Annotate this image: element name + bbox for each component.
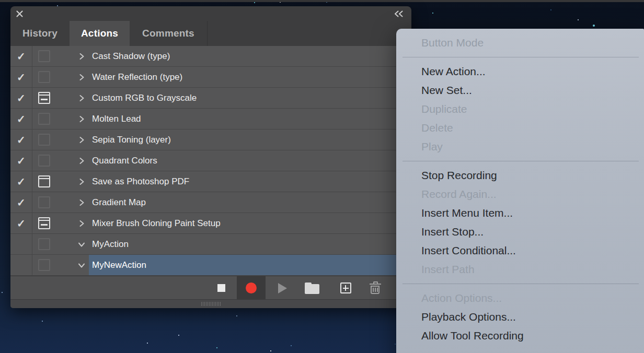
expand-chevron-icon[interactable] [77,94,85,102]
checkmark-icon: ✓ [17,51,26,62]
dialog-toggle[interactable] [32,213,55,233]
dialog-toggle[interactable] [32,67,55,87]
checkmark-icon: ✓ [17,135,26,145]
menu-item-label: Allow Tool Recording [421,330,524,342]
menu-item[interactable]: Insert Conditional... [396,241,644,260]
action-label-area[interactable]: MyAction [89,234,411,254]
action-row[interactable]: ✓ Sepia Toning (layer) [10,130,411,150]
delete-button[interactable] [366,276,385,300]
menu-item-label: Play [421,140,443,153]
checkmark-icon: ✓ [17,93,26,103]
action-label-area[interactable]: Custom RGB to Grayscale [89,88,411,108]
include-toggle[interactable]: ✓ [10,234,32,254]
dialog-toggle[interactable] [32,234,55,254]
expand-chevron-icon[interactable] [77,136,85,144]
dialog-toggle-icon [38,175,50,187]
action-main-cell: Cast Shadow (type) [55,46,411,66]
action-row[interactable]: ✓ Save as Photoshop PDF [10,171,411,192]
action-label-area[interactable]: Quadrant Colors [89,150,411,171]
action-row[interactable]: ✓ MyNewAction [10,255,411,276]
action-name: MyNewAction [92,260,146,270]
action-row[interactable]: ✓ Gradient Map [10,192,411,213]
play-icon [278,283,287,293]
resize-grip[interactable] [201,302,221,306]
action-label-area[interactable]: Cast Shadow (type) [89,46,411,66]
create-new-action-button[interactable] [336,276,355,300]
dialog-toggle[interactable] [32,192,55,213]
menu-item[interactable]: Insert Menu Item... [396,204,644,222]
include-toggle[interactable]: ✓ [10,150,32,171]
menu-item[interactable]: New Set... [396,81,644,100]
actions-toolbar [10,276,411,299]
action-main-cell: Gradient Map [55,192,411,213]
menu-item[interactable]: New Action... [396,62,644,81]
action-row[interactable]: ✓ Quadrant Colors [10,150,411,171]
expand-chevron-icon[interactable] [77,115,85,123]
expand-chevron-icon[interactable] [77,198,85,206]
expand-chevron-icon[interactable] [77,178,85,185]
action-name: Molten Lead [92,114,141,124]
menu-item-label: Duplicate [421,103,467,115]
dialog-toggle[interactable] [32,88,55,108]
action-name: MyAction [92,239,129,250]
action-row[interactable]: ✓ Molten Lead [10,109,411,130]
action-label-area[interactable]: Save as Photoshop PDF [89,171,411,192]
action-label-area[interactable]: MyNewAction [89,255,411,275]
include-toggle[interactable]: ✓ [10,213,32,233]
include-toggle[interactable]: ✓ [10,46,32,66]
action-label-area[interactable]: Sepia Toning (layer) [89,130,411,150]
menu-item[interactable]: Allow Tool Recording [396,326,644,345]
expand-chevron-icon[interactable] [77,261,85,269]
expand-chevron-icon[interactable] [77,157,85,164]
expand-chevron-icon[interactable] [77,73,85,81]
action-label-area[interactable]: Gradient Map [89,192,411,213]
menu-item-label: New Action... [421,65,486,78]
dialog-toggle-icon [38,238,50,250]
action-row[interactable]: ✓ MyAction [10,234,411,255]
action-row[interactable]: ✓ Custom RGB to Grayscale [10,88,411,109]
tab-comments[interactable]: Comments [130,21,208,46]
expand-chevron-icon[interactable] [77,219,85,227]
delete-icon [370,281,381,295]
action-main-cell: Quadrant Colors [55,150,411,171]
action-row[interactable]: ✓ Water Reflection (type) [10,67,411,88]
action-label-area[interactable]: Molten Lead [89,109,411,129]
include-toggle[interactable]: ✓ [10,192,32,213]
menu-separator [402,284,639,284]
dialog-toggle[interactable] [32,130,55,150]
dialog-toggle[interactable] [32,150,55,171]
checkmark-icon: ✓ [17,176,26,187]
include-toggle[interactable]: ✓ [10,67,32,87]
include-toggle[interactable]: ✓ [10,88,32,108]
dialog-toggle-icon [38,196,50,208]
expand-chevron-icon[interactable] [77,240,85,248]
tab-actions[interactable]: Actions [70,21,130,46]
action-row[interactable]: ✓ Mixer Brush Cloning Paint Setup [10,213,411,234]
include-toggle[interactable]: ✓ [10,109,32,129]
dialog-toggle[interactable] [32,46,55,66]
menu-item-label: Insert Path [421,263,475,276]
dialog-toggle[interactable] [32,109,55,129]
play-button[interactable] [273,276,292,300]
menu-item[interactable]: Playback Options... [396,308,644,326]
menu-item[interactable]: Stop Recording [396,166,644,185]
dialog-toggle-icon [38,134,50,146]
create-new-action-icon [340,283,351,293]
include-toggle[interactable]: ✓ [10,130,32,150]
action-label-area[interactable]: Water Reflection (type) [89,67,411,87]
expand-chevron-icon[interactable] [77,52,85,60]
stop-button[interactable] [212,276,231,300]
include-toggle[interactable]: ✓ [10,255,32,275]
include-toggle[interactable]: ✓ [10,171,32,192]
record-button[interactable] [237,276,266,300]
checkmark-icon: ✓ [17,197,26,208]
action-row[interactable]: ✓ Cast Shadow (type) [10,46,411,67]
new-set-button[interactable] [303,276,321,300]
dialog-toggle[interactable] [32,255,55,275]
menu-item[interactable]: Insert Stop... [396,222,644,241]
dialog-toggle[interactable] [32,171,55,192]
tab-history[interactable]: History [10,21,70,46]
collapse-panel-icon[interactable] [394,10,404,17]
close-icon[interactable] [16,10,24,18]
action-label-area[interactable]: Mixer Brush Cloning Paint Setup [89,213,411,233]
